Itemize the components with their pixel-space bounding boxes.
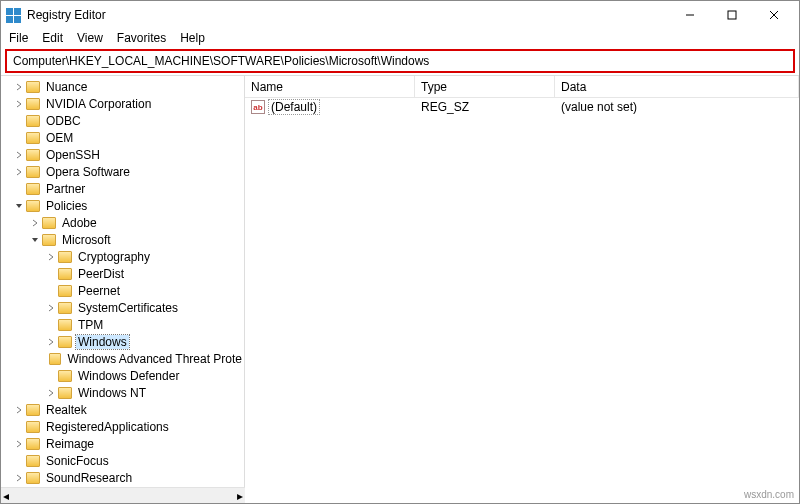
chevron-right-icon[interactable] — [13, 166, 25, 178]
tree-item-label: Windows — [76, 335, 129, 349]
tree-item[interactable]: Windows Advanced Threat Prote — [1, 350, 244, 367]
chevron-none — [13, 455, 25, 467]
folder-icon — [58, 302, 72, 314]
value-row[interactable]: ab(Default)REG_SZ(value not set) — [245, 98, 799, 116]
col-data[interactable]: Data — [555, 76, 799, 97]
folder-icon — [58, 370, 72, 382]
folder-icon — [26, 166, 40, 178]
chevron-right-icon[interactable] — [13, 81, 25, 93]
address-bar[interactable]: Computer\HKEY_LOCAL_MACHINE\SOFTWARE\Pol… — [5, 49, 795, 73]
folder-icon — [26, 438, 40, 450]
chevron-right-icon[interactable] — [29, 217, 41, 229]
tree-item-label: SonicFocus — [44, 454, 111, 468]
value-type: REG_SZ — [415, 100, 555, 114]
tree-item-label: Realtek — [44, 403, 89, 417]
folder-icon — [49, 353, 61, 365]
tree-item-label: SystemCertificates — [76, 301, 180, 315]
tree-item[interactable]: OpenSSH — [1, 146, 244, 163]
tree-item-label: SoundResearch — [44, 471, 134, 485]
folder-icon — [26, 421, 40, 433]
tree-item[interactable]: SoundResearch — [1, 469, 244, 486]
tree-item[interactable]: Peernet — [1, 282, 244, 299]
folder-icon — [58, 387, 72, 399]
folder-icon — [42, 217, 56, 229]
folder-icon — [26, 200, 40, 212]
tree-item-label: RegisteredApplications — [44, 420, 171, 434]
folder-icon — [58, 251, 72, 263]
chevron-right-icon[interactable] — [45, 251, 57, 263]
tree-item[interactable]: SystemCertificates — [1, 299, 244, 316]
tree-item[interactable]: Adobe — [1, 214, 244, 231]
tree-item-label: Windows Advanced Threat Prote — [65, 352, 244, 366]
menu-view[interactable]: View — [77, 31, 103, 45]
chevron-right-icon[interactable] — [45, 387, 57, 399]
tree-item[interactable]: ODBC — [1, 112, 244, 129]
tree-item-label: OpenSSH — [44, 148, 102, 162]
tree-item-label: Policies — [44, 199, 89, 213]
tree-view[interactable]: NuanceNVIDIA CorporationODBCOEMOpenSSHOp… — [1, 76, 245, 503]
col-type[interactable]: Type — [415, 76, 555, 97]
minimize-button[interactable] — [669, 1, 711, 29]
tree-item[interactable]: NVIDIA Corporation — [1, 95, 244, 112]
tree-item-label: Windows NT — [76, 386, 148, 400]
chevron-down-icon[interactable] — [13, 200, 25, 212]
chevron-right-icon[interactable] — [45, 302, 57, 314]
scroll-left-icon[interactable]: ◂ — [3, 489, 9, 503]
tree-item[interactable]: Cryptography — [1, 248, 244, 265]
chevron-right-icon[interactable] — [13, 438, 25, 450]
tree-item[interactable]: Realtek — [1, 401, 244, 418]
tree-item[interactable]: Policies — [1, 197, 244, 214]
tree-item[interactable]: Reimage — [1, 435, 244, 452]
tree-item-label: NVIDIA Corporation — [44, 97, 153, 111]
maximize-button[interactable] — [711, 1, 753, 29]
close-button[interactable] — [753, 1, 795, 29]
svg-line-2 — [770, 11, 778, 19]
menu-favorites[interactable]: Favorites — [117, 31, 166, 45]
chevron-down-icon[interactable] — [29, 234, 41, 246]
chevron-right-icon[interactable] — [13, 149, 25, 161]
tree-item-label: Microsoft — [60, 233, 113, 247]
col-name[interactable]: Name — [245, 76, 415, 97]
tree-item-label: Adobe — [60, 216, 99, 230]
tree-item[interactable]: Nuance — [1, 78, 244, 95]
chevron-none — [45, 319, 57, 331]
tree-item[interactable]: OEM — [1, 129, 244, 146]
scroll-right-icon[interactable]: ▸ — [237, 489, 243, 503]
tree-item[interactable]: TPM — [1, 316, 244, 333]
value-name: (Default) — [269, 100, 319, 114]
titlebar: Registry Editor — [1, 1, 799, 29]
chevron-none — [45, 370, 57, 382]
tree-item[interactable]: SonicFocus — [1, 452, 244, 469]
folder-icon — [26, 149, 40, 161]
menu-help[interactable]: Help — [180, 31, 205, 45]
chevron-none — [13, 183, 25, 195]
tree-item[interactable]: Partner — [1, 180, 244, 197]
tree-item[interactable]: Opera Software — [1, 163, 244, 180]
menu-file[interactable]: File — [9, 31, 28, 45]
tree-item[interactable]: Microsoft — [1, 231, 244, 248]
value-data: (value not set) — [555, 100, 799, 114]
chevron-none — [45, 285, 57, 297]
folder-icon — [26, 404, 40, 416]
tree-item-label: Opera Software — [44, 165, 132, 179]
tree-item[interactable]: RegisteredApplications — [1, 418, 244, 435]
folder-icon — [42, 234, 56, 246]
tree-item-label: PeerDist — [76, 267, 126, 281]
tree-item[interactable]: Windows — [1, 333, 244, 350]
chevron-right-icon[interactable] — [13, 98, 25, 110]
tree-item-label: Reimage — [44, 437, 96, 451]
menu-edit[interactable]: Edit — [42, 31, 63, 45]
chevron-none — [13, 115, 25, 127]
tree-item[interactable]: PeerDist — [1, 265, 244, 282]
folder-icon — [58, 336, 72, 348]
folder-icon — [26, 455, 40, 467]
chevron-right-icon[interactable] — [13, 404, 25, 416]
tree-item[interactable]: Windows Defender — [1, 367, 244, 384]
column-headers[interactable]: Name Type Data — [245, 76, 799, 98]
string-value-icon: ab — [251, 100, 265, 114]
tree-item-label: ODBC — [44, 114, 83, 128]
chevron-right-icon[interactable] — [13, 472, 25, 484]
chevron-right-icon[interactable] — [45, 336, 57, 348]
tree-h-scrollbar[interactable]: ◂ ▸ — [1, 487, 245, 503]
tree-item[interactable]: Windows NT — [1, 384, 244, 401]
